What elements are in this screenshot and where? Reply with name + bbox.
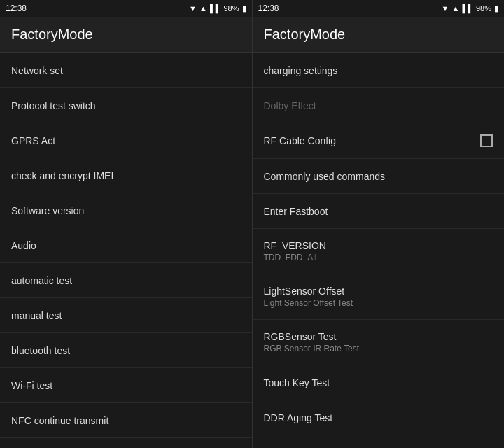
right-item-label-1: Dolby Effect [264, 100, 316, 111]
right-panel: FactoryMode charging settings Dolby Effe… [253, 17, 505, 448]
left-item-label-10: NFC continue transmit [11, 415, 108, 426]
left-time: 12:38 [6, 4, 27, 13]
right-item-content-9: DDR Aging Test [264, 412, 333, 424]
right-item-content-3: Commonly used commands [264, 171, 386, 182]
left-menu-item-1[interactable]: Protocol test switch [0, 88, 252, 123]
left-menu-item-9[interactable]: Wi-Fi test [0, 368, 252, 403]
right-menu-item-3[interactable]: Commonly used commands [253, 159, 505, 194]
left-menu-list: Network setProtocol test switchGPRS Actc… [0, 53, 252, 448]
left-menu-item-3[interactable]: check and encrypt IMEI [0, 158, 252, 193]
left-status-icons: ▼ ▲ ▌▌ 98% ▮ [189, 4, 246, 13]
right-status-icons: ▼ ▲ ▌▌ 98% ▮ [442, 4, 498, 13]
left-menu-item-7[interactable]: manual test [0, 298, 252, 333]
right-item-label-8: Touch Key Test [264, 377, 330, 388]
battery-full-icon: ▮ [242, 4, 246, 13]
left-menu-item-2[interactable]: GPRS Act [0, 123, 252, 158]
right-item-content-2: RF Cable Config [264, 135, 337, 146]
right-item-label-3: Commonly used commands [264, 171, 386, 182]
right-item-content-6: LightSensor Offset Light Sensor Offset T… [264, 286, 354, 308]
right-time: 12:38 [258, 4, 279, 13]
right-item-label-7: RGBSensor Test [264, 331, 360, 342]
signal-bars-icon: ▌▌ [210, 4, 221, 13]
signal-icon-r: ▼ [442, 4, 449, 13]
right-item-label-6: LightSensor Offset [264, 286, 354, 297]
right-panel-header: FactoryMode [253, 17, 505, 53]
left-item-label-6: automatic test [11, 275, 72, 286]
battery-icon: 98% [223, 4, 239, 13]
right-menu-list: charging settings Dolby Effect RF Cable … [253, 53, 505, 448]
right-item-label-5: RF_VERSION [264, 240, 326, 251]
left-menu-item-5[interactable]: Audio [0, 228, 252, 263]
right-item-subtext-7: RGB Sensor IR Rate Test [264, 344, 360, 354]
left-menu-item-10[interactable]: NFC continue transmit [0, 403, 252, 438]
right-menu-item-0[interactable]: charging settings [253, 53, 505, 88]
right-item-subtext-6: Light Sensor Offset Test [264, 298, 354, 308]
left-item-label-5: Audio [11, 240, 36, 251]
left-item-label-4: Software version [11, 205, 84, 216]
right-menu-item-5[interactable]: RF_VERSION TDD_FDD_All [253, 229, 505, 274]
right-menu-item-4[interactable]: Enter Fastboot [253, 194, 505, 229]
right-item-content-4: Enter Fastboot [264, 206, 328, 217]
left-panel-title: FactoryMode [11, 27, 241, 43]
right-menu-item-8[interactable]: Touch Key Test [253, 365, 505, 400]
left-menu-item-6[interactable]: automatic test [0, 263, 252, 298]
left-item-label-1: Protocol test switch [11, 100, 96, 111]
right-menu-item-10[interactable]: SUPL Tool [253, 435, 505, 448]
right-item-label-9: DDR Aging Test [264, 412, 333, 424]
right-item-content-5: RF_VERSION TDD_FDD_All [264, 240, 326, 262]
right-item-label-4: Enter Fastboot [264, 206, 328, 217]
right-menu-item-6[interactable]: LightSensor Offset Light Sensor Offset T… [253, 274, 505, 320]
left-item-label-8: bluetooth test [11, 345, 70, 356]
right-item-label-0: charging settings [264, 65, 338, 76]
right-panel-title: FactoryMode [264, 27, 493, 43]
left-status-bar: 12:38 ▼ ▲ ▌▌ 98% ▮ [0, 0, 252, 17]
left-item-label-7: manual test [11, 310, 62, 321]
left-menu-item-11[interactable]: NFC SE test [0, 438, 252, 448]
main-panels: FactoryMode Network setProtocol test swi… [0, 17, 504, 448]
battery-full-icon-r: ▮ [494, 4, 498, 13]
left-menu-item-4[interactable]: Software version [0, 193, 252, 228]
signal-icon: ▼ [189, 4, 197, 13]
right-menu-item-9[interactable]: DDR Aging Test [253, 400, 505, 435]
left-panel: FactoryMode Network setProtocol test swi… [0, 17, 253, 448]
right-item-checkbox-2[interactable] [480, 134, 493, 147]
right-item-subtext-5: TDD_FDD_All [264, 253, 326, 262]
right-menu-item-1[interactable]: Dolby Effect [253, 88, 505, 123]
right-status-bar: 12:38 ▼ ▲ ▌▌ 98% ▮ [253, 0, 505, 17]
left-panel-header: FactoryMode [0, 17, 252, 53]
wifi-icon: ▲ [200, 4, 207, 13]
right-item-content-1: Dolby Effect [264, 100, 316, 111]
right-item-label-2: RF Cable Config [264, 135, 337, 146]
signal-bars-icon-r: ▌▌ [462, 4, 473, 13]
battery-icon-r: 98% [476, 4, 491, 13]
right-menu-item-7[interactable]: RGBSensor Test RGB Sensor IR Rate Test [253, 320, 505, 365]
right-menu-item-2[interactable]: RF Cable Config [253, 123, 505, 159]
wifi-icon-r: ▲ [451, 4, 459, 13]
right-item-content-8: Touch Key Test [264, 377, 330, 388]
left-item-label-9: Wi-Fi test [11, 380, 52, 391]
left-item-label-0: Network set [11, 65, 63, 76]
left-menu-item-8[interactable]: bluetooth test [0, 333, 252, 368]
left-item-label-2: GPRS Act [11, 135, 55, 146]
left-item-label-3: check and encrypt IMEI [11, 170, 113, 181]
left-menu-item-0[interactable]: Network set [0, 53, 252, 88]
right-item-content-7: RGBSensor Test RGB Sensor IR Rate Test [264, 331, 360, 354]
right-item-content-0: charging settings [264, 65, 338, 76]
status-bars: 12:38 ▼ ▲ ▌▌ 98% ▮ 12:38 ▼ ▲ ▌▌ 98% ▮ [0, 0, 504, 17]
